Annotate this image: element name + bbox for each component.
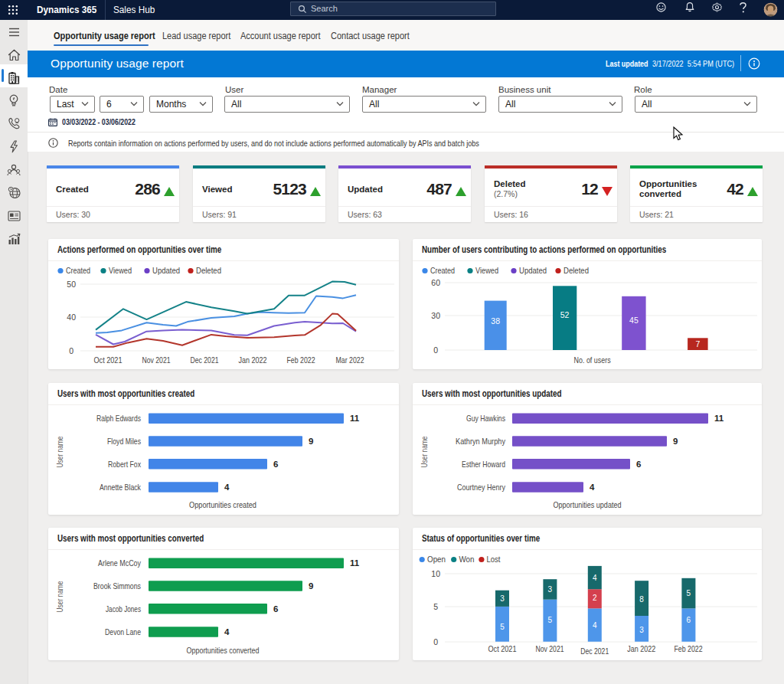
svg-text:3: 3 xyxy=(500,594,505,603)
svg-text:Mar 2022: Mar 2022 xyxy=(336,355,364,365)
svg-text:Robert Fox: Robert Fox xyxy=(108,460,141,469)
svg-text:No. of users: No. of users xyxy=(574,355,611,365)
svg-text:Opportunities updated: Opportunities updated xyxy=(554,500,622,509)
svg-text:Opportunities converted: Opportunities converted xyxy=(187,646,260,655)
svg-text:5: 5 xyxy=(433,602,438,611)
svg-text:Opportunities created: Opportunities created xyxy=(189,500,256,509)
svg-text:0: 0 xyxy=(433,637,438,646)
svg-text:6: 6 xyxy=(273,604,278,614)
svg-text:9: 9 xyxy=(309,581,313,591)
svg-text:4: 4 xyxy=(593,574,597,582)
svg-text:6: 6 xyxy=(273,460,278,469)
svg-text:0: 0 xyxy=(433,345,438,355)
svg-text:Brook Simmons: Brook Simmons xyxy=(93,581,141,591)
svg-text:Nov 2021: Nov 2021 xyxy=(536,644,564,653)
svg-text:4: 4 xyxy=(593,621,597,630)
svg-text:5: 5 xyxy=(500,623,505,631)
svg-text:45: 45 xyxy=(629,316,639,325)
svg-text:Arlene McCoy: Arlene McCoy xyxy=(98,558,141,568)
svg-text:Annette Black: Annette Black xyxy=(100,483,141,492)
svg-text:Deleted: Deleted xyxy=(564,266,589,275)
svg-text:9: 9 xyxy=(309,437,313,446)
svg-text:Esther Howard: Esther Howard xyxy=(462,460,505,469)
svg-text:30: 30 xyxy=(431,311,440,320)
svg-text:7: 7 xyxy=(695,339,700,349)
svg-text:11: 11 xyxy=(714,414,724,423)
svg-text:Jacob Jones: Jacob Jones xyxy=(106,604,141,614)
svg-text:6: 6 xyxy=(636,460,641,469)
svg-text:10: 10 xyxy=(431,569,440,578)
svg-text:40: 40 xyxy=(67,313,76,322)
svg-text:Feb 2022: Feb 2022 xyxy=(287,355,315,365)
svg-text:3: 3 xyxy=(548,585,553,594)
svg-text:Nov 2021: Nov 2021 xyxy=(142,355,171,365)
svg-text:11: 11 xyxy=(350,558,360,568)
svg-text:4: 4 xyxy=(224,483,230,492)
svg-text:5: 5 xyxy=(548,616,553,624)
svg-text:Lost: Lost xyxy=(487,555,501,564)
svg-text:Open: Open xyxy=(427,555,446,564)
svg-text:User name: User name xyxy=(420,436,429,467)
svg-text:60: 60 xyxy=(431,278,440,287)
svg-text:4: 4 xyxy=(224,627,230,637)
svg-text:Created: Created xyxy=(66,266,90,275)
svg-text:Viewed: Viewed xyxy=(475,266,498,275)
svg-text:Jan 2022: Jan 2022 xyxy=(627,644,655,653)
svg-text:Kathryn Murphy: Kathryn Murphy xyxy=(456,437,505,446)
svg-text:Viewed: Viewed xyxy=(109,266,132,275)
svg-text:3: 3 xyxy=(639,626,644,634)
svg-text:38: 38 xyxy=(491,316,500,326)
svg-text:Created: Created xyxy=(430,266,455,275)
svg-text:0: 0 xyxy=(69,346,74,355)
svg-text:Oct 2021: Oct 2021 xyxy=(94,355,122,365)
svg-text:2: 2 xyxy=(593,594,597,602)
svg-text:Ralph Edwards: Ralph Edwards xyxy=(96,414,141,423)
svg-text:50: 50 xyxy=(67,280,76,289)
svg-text:8: 8 xyxy=(639,595,644,604)
svg-text:Oct 2021: Oct 2021 xyxy=(488,644,517,653)
svg-text:Devon Lane: Devon Lane xyxy=(105,627,141,637)
svg-text:6: 6 xyxy=(687,616,691,624)
svg-text:Guy Hawkins: Guy Hawkins xyxy=(466,414,505,423)
svg-text:Dec 2021: Dec 2021 xyxy=(191,355,219,365)
svg-text:Feb 2022: Feb 2022 xyxy=(675,644,703,653)
svg-text:Won: Won xyxy=(459,555,475,564)
svg-text:9: 9 xyxy=(673,437,678,446)
svg-text:Jan 2022: Jan 2022 xyxy=(239,355,267,365)
svg-text:User name: User name xyxy=(56,436,64,467)
svg-text:Floyd Miles: Floyd Miles xyxy=(107,437,141,446)
svg-text:Updated: Updated xyxy=(519,266,547,275)
svg-text:User name: User name xyxy=(56,581,64,612)
svg-text:11: 11 xyxy=(350,414,360,423)
svg-text:4: 4 xyxy=(590,483,595,492)
svg-text:52: 52 xyxy=(560,310,570,319)
svg-text:Dec 2021: Dec 2021 xyxy=(580,646,609,656)
svg-text:Updated: Updated xyxy=(152,266,180,275)
svg-text:Deleted: Deleted xyxy=(196,266,221,275)
svg-text:Courtney Henry: Courtney Henry xyxy=(457,483,505,492)
svg-text:5: 5 xyxy=(687,589,691,597)
